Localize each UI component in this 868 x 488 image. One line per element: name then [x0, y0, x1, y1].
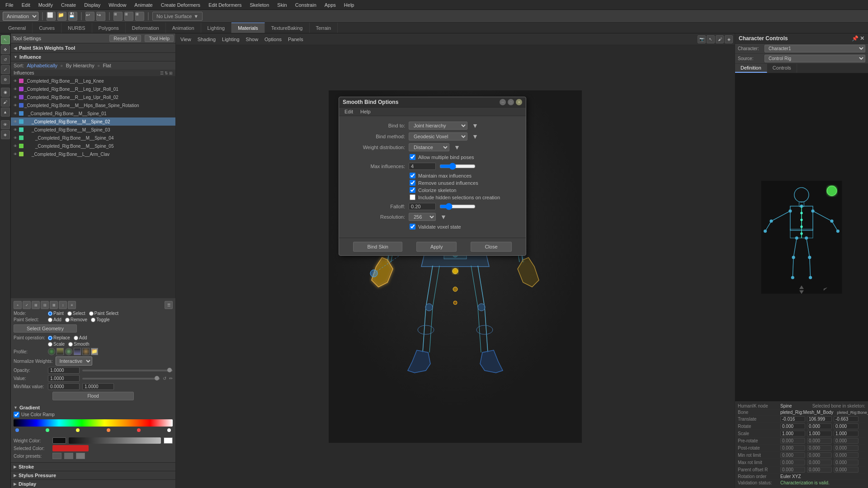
- ramp-marker-3[interactable]: [76, 428, 80, 432]
- influence-item-4[interactable]: 👁 _Completed_Rig:Bone__M__Spine_01: [11, 109, 175, 117]
- right-panel-pin-icon[interactable]: 📌: [852, 35, 859, 42]
- tab-curves[interactable]: Curves: [33, 23, 61, 33]
- mode-select-input[interactable]: [67, 311, 72, 316]
- mode-paint-input[interactable]: [48, 311, 52, 316]
- scale-x-input[interactable]: [780, 431, 805, 436]
- op-add-input[interactable]: [74, 336, 78, 340]
- dialog-minimize-button[interactable]: ─: [500, 99, 506, 105]
- preset-1[interactable]: [52, 453, 61, 459]
- translate-x-input[interactable]: [780, 416, 805, 422]
- influence-item-8[interactable]: 👁 _Completed_Rig:Bone__M__Spine_05: [11, 142, 175, 150]
- profile-custom[interactable]: [82, 348, 90, 355]
- tab-lighting[interactable]: Lighting: [201, 23, 232, 33]
- preset-3[interactable]: [76, 453, 85, 459]
- vp-show[interactable]: Show: [243, 36, 261, 43]
- value-slider[interactable]: [82, 378, 160, 380]
- dialog-maximize-button[interactable]: □: [508, 99, 514, 105]
- falloff-input[interactable]: [409, 203, 436, 210]
- influence-op-3[interactable]: ⊞: [32, 301, 40, 309]
- maintain-max-checkbox-row[interactable]: Maintain max influences: [410, 173, 519, 178]
- profile-square[interactable]: [57, 348, 64, 355]
- def-tab-definition[interactable]: Definition: [735, 64, 767, 73]
- value-edit-icon[interactable]: ✏: [169, 376, 173, 381]
- scale-z-input[interactable]: [834, 431, 859, 436]
- sort-flat[interactable]: Flat: [103, 63, 111, 68]
- op-smooth-radio[interactable]: Smooth: [68, 342, 89, 347]
- vp-shading[interactable]: Shading: [195, 36, 218, 43]
- rotate-y-input[interactable]: [807, 423, 832, 429]
- tab-nurbs[interactable]: NURBS: [61, 23, 92, 33]
- sort-by-hierarchy[interactable]: By Hierarchy: [66, 63, 94, 68]
- vp-camera-icon[interactable]: 📷: [698, 35, 706, 43]
- influence-item-6[interactable]: 👁 _Completed_Rig:Bone__M__Spine_03: [11, 126, 175, 134]
- falloff-slider[interactable]: [439, 203, 476, 210]
- vp-options[interactable]: Options: [262, 36, 284, 43]
- influence-expand-icon[interactable]: ⊞: [169, 71, 173, 75]
- flood-button[interactable]: Flood: [52, 392, 134, 400]
- mode-paint-radio[interactable]: Paint: [48, 311, 64, 316]
- value-input[interactable]: [48, 375, 80, 382]
- ramp-marker-5[interactable]: [137, 428, 141, 432]
- vp-paint-icon[interactable]: 🖌: [716, 35, 724, 43]
- opacity-input[interactable]: [48, 367, 80, 374]
- ramp-marker-1[interactable]: [15, 428, 19, 432]
- menu-animate[interactable]: Animate: [131, 1, 156, 9]
- def-tab-controls[interactable]: Controls: [767, 64, 797, 73]
- universal-tool-icon[interactable]: ⊕: [1, 75, 10, 84]
- ramp-marker-2[interactable]: [46, 428, 49, 432]
- dialog-close-button[interactable]: ✕: [516, 99, 522, 105]
- toolbar-icon-3[interactable]: 💾: [68, 12, 77, 21]
- scale-tool-icon[interactable]: ⤢: [1, 65, 10, 74]
- bind-method-dropdown[interactable]: Geodesic Voxel: [409, 132, 467, 141]
- paint-icon[interactable]: 🖌: [1, 98, 10, 107]
- preset-2[interactable]: [64, 453, 73, 459]
- rotate-z-input[interactable]: [834, 423, 859, 429]
- paint-add-radio[interactable]: Add: [48, 317, 61, 322]
- workspace-dropdown[interactable]: Animation: [3, 12, 38, 21]
- paint-toggle-input[interactable]: [91, 318, 95, 322]
- vis-icon-4[interactable]: 👁: [13, 111, 18, 116]
- weight-dist-dropdown[interactable]: Distance: [409, 143, 449, 151]
- ramp-marker-6[interactable]: [167, 428, 171, 432]
- tab-texturebaking[interactable]: TextureBaking: [265, 23, 310, 33]
- soft-select-icon[interactable]: ◉: [1, 88, 10, 97]
- max-influences-slider[interactable]: [439, 163, 476, 170]
- max-influences-input[interactable]: [409, 163, 436, 170]
- profile-gaussian[interactable]: [65, 348, 72, 355]
- influence-item-2[interactable]: 👁 _Completed_Rig:Bone__R__Leg_Upr_Roll_0…: [11, 93, 175, 101]
- influence-filter-icon[interactable]: ☰: [160, 71, 164, 75]
- vis-icon-0[interactable]: 👁: [13, 78, 18, 84]
- weight-dist-arrow[interactable]: ▼: [454, 144, 460, 151]
- influence-section-header[interactable]: ▼ Influence: [11, 53, 175, 61]
- stroke-section[interactable]: ▶ Stroke: [11, 462, 175, 471]
- ramp-marker-4[interactable]: [107, 428, 110, 432]
- influence-op-menu[interactable]: ☰: [165, 301, 173, 309]
- display-icon[interactable]: 👁: [1, 120, 10, 129]
- tab-general[interactable]: General: [2, 23, 33, 33]
- influence-op-4[interactable]: ⊟: [41, 301, 49, 309]
- source-dropdown[interactable]: Control Rig: [764, 55, 865, 62]
- op-add-radio[interactable]: Add: [74, 335, 87, 340]
- allow-multiple-checkbox-row[interactable]: Allow multiple bind poses: [410, 154, 519, 160]
- sort-alphabetically[interactable]: Alphabetically: [27, 63, 57, 68]
- tab-materials[interactable]: Materials: [231, 23, 265, 33]
- select-geometry-button[interactable]: Select Geometry: [14, 324, 77, 333]
- validate-checkbox[interactable]: [410, 224, 415, 230]
- apply-button[interactable]: Apply: [416, 242, 457, 252]
- gradient-header[interactable]: ▼ Gradient: [14, 405, 173, 410]
- sculpt-icon[interactable]: ▲: [1, 108, 10, 117]
- op-replace-input[interactable]: [48, 336, 52, 340]
- select-tool-icon[interactable]: ↖: [1, 35, 10, 44]
- bind-skin-button[interactable]: Bind Skin: [353, 242, 402, 252]
- vp-lighting[interactable]: Lighting: [219, 36, 242, 43]
- influence-item-7[interactable]: 👁 _Completed_Rig:Bone__M__Spine_04: [11, 134, 175, 142]
- menu-create-deformers[interactable]: Create Deformers: [157, 1, 204, 9]
- influence-item-3[interactable]: 👁 _Completed_Rig:Bone__M__Hips_Base_Spin…: [11, 101, 175, 109]
- influence-item-9[interactable]: 👁 _Completed_Rig:Bone__L__Arm_Clav: [11, 150, 175, 158]
- menu-skin[interactable]: Skin: [274, 1, 290, 9]
- right-panel-close-icon[interactable]: ✕: [860, 35, 864, 42]
- character-dropdown[interactable]: Character1: [764, 45, 865, 52]
- influence-item-5[interactable]: 👁 _Completed_Rig:Bone__M__Spine_02: [11, 117, 175, 126]
- menu-window[interactable]: Window: [105, 1, 130, 9]
- menu-display[interactable]: Display: [80, 1, 104, 9]
